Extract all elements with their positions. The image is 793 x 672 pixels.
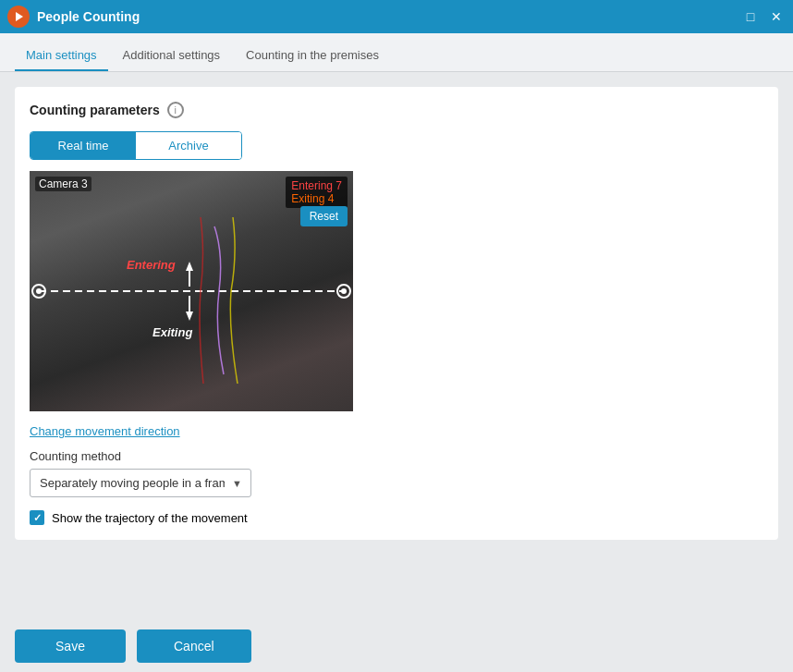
card-header: Counting parameters i: [30, 102, 763, 118]
close-button[interactable]: ✕: [767, 7, 786, 26]
realtime-button[interactable]: Real time: [30, 132, 136, 159]
counting-method-select-wrapper: Separately moving people in a frame Sepa…: [30, 469, 251, 497]
tab-counting-premises[interactable]: Counting in the premises: [235, 41, 390, 71]
stat-entering: Entering 7: [291, 179, 342, 192]
counting-method-label: Counting method: [30, 449, 763, 463]
archive-button[interactable]: Archive: [136, 132, 241, 159]
svg-point-4: [341, 288, 347, 294]
counting-parameters-card: Counting parameters i Real time Archive: [15, 87, 778, 540]
card-title: Counting parameters: [30, 103, 160, 117]
app-logo-icon: [7, 6, 30, 28]
save-button[interactable]: Save: [15, 629, 126, 663]
title-bar: People Counting □ ✕: [0, 0, 793, 33]
maximize-button[interactable]: □: [741, 7, 760, 26]
stat-exiting: Exiting 4: [291, 192, 342, 205]
trajectory-row: Show the trajectory of the movement: [30, 510, 763, 525]
trajectory-label: Show the trajectory of the movement: [52, 511, 248, 525]
counting-method-select[interactable]: Separately moving people in a frame Sepa…: [30, 469, 251, 497]
cancel-button[interactable]: Cancel: [137, 629, 251, 663]
camera-view: Camera 3 Entering 7 Exiting 4 Reset Ente…: [30, 171, 353, 411]
app-window: People Counting □ ✕ Main settings Additi…: [0, 0, 793, 672]
footer: Save Cancel: [0, 620, 793, 672]
svg-marker-8: [186, 312, 193, 321]
trajectory-checkbox[interactable]: [30, 510, 44, 525]
tab-main-settings[interactable]: Main settings: [15, 41, 108, 71]
svg-point-2: [36, 288, 42, 294]
info-icon[interactable]: i: [167, 102, 184, 118]
entering-label: Entering: [127, 258, 176, 272]
reset-button[interactable]: Reset: [300, 206, 348, 226]
mode-toggle-group: Real time Archive: [30, 131, 242, 160]
change-direction-link[interactable]: Change movement direction: [30, 424, 180, 438]
exiting-label: Exiting: [152, 325, 192, 339]
main-content: Counting parameters i Real time Archive: [0, 72, 793, 620]
tab-additional-settings[interactable]: Additional settings: [112, 41, 232, 71]
svg-marker-6: [186, 262, 193, 271]
camera-label: Camera 3: [35, 177, 92, 191]
stats-overlay: Entering 7 Exiting 4: [286, 177, 348, 208]
window-title: People Counting: [37, 9, 741, 24]
window-controls: □ ✕: [741, 7, 786, 26]
tabs-bar: Main settings Additional settings Counti…: [0, 33, 793, 72]
